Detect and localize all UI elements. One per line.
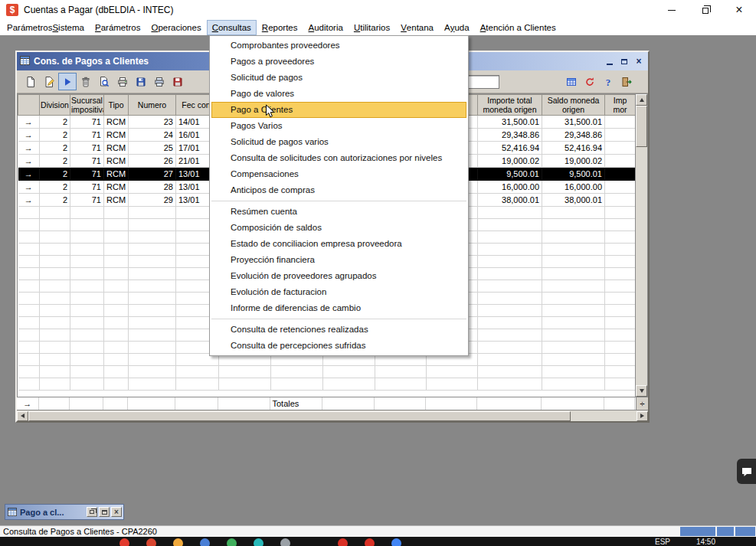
menu-item-solicitud-de-pagos[interactable]: Solicitud de pagos: [210, 70, 468, 86]
taskbar-app-icon[interactable]: [119, 538, 129, 546]
cell-marker[interactable]: →: [18, 155, 40, 168]
cell-division[interactable]: 2: [40, 194, 70, 207]
maximize-button[interactable]: [689, 0, 722, 20]
taskbar-app-icon[interactable]: [227, 538, 237, 546]
cell-tipo[interactable]: RCM: [104, 116, 129, 129]
menu-item-consulta-de-percepciones-sufridas[interactable]: Consulta de percepciones sufridas: [210, 338, 468, 354]
cell-saldo[interactable]: 52,416.94: [542, 142, 605, 155]
cell-impmor[interactable]: [605, 116, 636, 129]
taskbar-app-icon[interactable]: [280, 538, 290, 546]
menu-item-solicitud-de-pagos-varios[interactable]: Solicitud de pagos varios: [210, 134, 468, 150]
cell-numero[interactable]: 24: [129, 129, 176, 142]
cell-impmor[interactable]: [605, 168, 636, 181]
cell-division[interactable]: 2: [40, 142, 70, 155]
menu-item-informe-de-diferencias-de-cambio[interactable]: Informe de diferencias de cambio: [210, 300, 468, 316]
menu-item-pagos-varios[interactable]: Pagos Varios: [210, 118, 468, 134]
menubar-item-parametros[interactable]: Parámetros: [90, 20, 146, 35]
menu-item-pagos-a-proveedores[interactable]: Pagos a proveedores: [210, 54, 468, 70]
cell-numero[interactable]: 26: [129, 155, 176, 168]
cell-sucursal[interactable]: 71: [70, 181, 104, 194]
help-button[interactable]: ?: [599, 73, 617, 90]
cell-importe[interactable]: 19,000.02: [478, 155, 542, 168]
cell-marker[interactable]: →: [18, 181, 40, 194]
cell-impmor[interactable]: [605, 142, 636, 155]
menubar-item-operaciones[interactable]: Operaciones: [146, 20, 206, 35]
scroll-down-button[interactable]: [636, 385, 647, 397]
menubar-item-consultas[interactable]: Consultas: [207, 20, 257, 35]
preview-button[interactable]: [95, 73, 113, 90]
menu-item-estado-de-conciliacion-empresa-proveedora[interactable]: Estado de conciliacion empresa proveedor…: [210, 236, 468, 252]
cell-division[interactable]: 2: [40, 155, 70, 168]
child-close-button[interactable]: ×: [633, 56, 645, 67]
cell-division[interactable]: 2: [40, 181, 70, 194]
column-header-numero[interactable]: Numero: [129, 95, 176, 116]
cell-importe[interactable]: 9,500.01: [478, 168, 542, 181]
scroll-up-button[interactable]: [636, 94, 647, 106]
cell-division[interactable]: 2: [40, 116, 70, 129]
column-header-marker[interactable]: [18, 95, 40, 116]
cell-sucursal[interactable]: 71: [70, 142, 104, 155]
cell-tipo[interactable]: RCM: [104, 129, 129, 142]
column-header-division[interactable]: Division: [40, 95, 70, 116]
cell-numero[interactable]: 27: [129, 168, 176, 181]
cell-saldo[interactable]: 16,000.00: [542, 181, 605, 194]
horizontal-scroll-thumb[interactable]: [28, 411, 571, 421]
cell-division[interactable]: 2: [40, 168, 70, 181]
grid-corner-button[interactable]: ÷: [636, 397, 648, 410]
cell-marker[interactable]: →: [18, 129, 40, 142]
menu-item-consulta-de-solicitudes-con-autorizaciones-por-niveles[interactable]: Consulta de solicitudes con autorizacion…: [210, 150, 468, 166]
child-maximize-button[interactable]: [618, 56, 630, 67]
restore-button[interactable]: [87, 507, 97, 517]
menubar-item-atencion-a-clientes[interactable]: Atención a Clientes: [475, 20, 561, 35]
cell-sucursal[interactable]: 71: [70, 168, 104, 181]
taskbar-app-icon[interactable]: [338, 538, 348, 546]
cell-numero[interactable]: 29: [129, 194, 176, 207]
cell-marker[interactable]: →: [18, 194, 40, 207]
taskbar-app-icon[interactable]: [173, 538, 183, 546]
horizontal-scrollbar[interactable]: [17, 410, 648, 421]
column-header-tipo[interactable]: Tipo: [104, 95, 129, 116]
cell-saldo[interactable]: 38,000.01: [542, 194, 605, 207]
cell-sucursal[interactable]: 71: [70, 194, 104, 207]
menubar-item-reportes[interactable]: Reportes: [257, 20, 303, 35]
cell-sucursal[interactable]: 71: [70, 155, 104, 168]
run-query-button[interactable]: [58, 73, 77, 90]
menubar-item-ventana[interactable]: Ventana: [395, 20, 439, 35]
new-record-button[interactable]: [21, 73, 40, 90]
scroll-left-button[interactable]: [17, 411, 28, 421]
menu-item-composicion-de-saldos[interactable]: Composición de saldos: [210, 220, 468, 236]
column-header-importe[interactable]: Importe total moneda origen: [478, 95, 542, 116]
taskbar-app-icon[interactable]: [254, 538, 263, 546]
maximize-button-min[interactable]: [99, 507, 110, 517]
column-header-saldo[interactable]: Saldo moneda origen: [542, 95, 605, 116]
menu-item-evolucion-de-proveedores-agrupados[interactable]: Evolución de proveedores agrupados: [210, 268, 468, 284]
cell-saldo[interactable]: 9,500.01: [542, 168, 605, 181]
menu-item-evolucion-de-facturacion[interactable]: Evolución de facturacion: [210, 284, 468, 300]
cell-saldo[interactable]: 31,500.01: [542, 116, 605, 129]
menu-item-proyeccion-financiera[interactable]: Proyección financiera: [210, 252, 468, 268]
taskbar-app-icon[interactable]: [146, 538, 156, 546]
cell-importe[interactable]: 16,000.00: [478, 181, 542, 194]
cell-sucursal[interactable]: 71: [70, 129, 104, 142]
cell-importe[interactable]: 31,500.01: [478, 116, 542, 129]
close-button[interactable]: ×: [722, 0, 756, 20]
cell-numero[interactable]: 28: [129, 181, 176, 194]
menu-item-pago-de-valores[interactable]: Pago de valores: [210, 86, 468, 102]
scroll-right-button[interactable]: [637, 411, 648, 421]
vertical-scroll-thumb[interactable]: [636, 106, 647, 147]
taskbar-app-icon[interactable]: [200, 538, 210, 546]
export-button[interactable]: [169, 73, 187, 90]
horizontal-scroll-track[interactable]: [28, 411, 637, 421]
cell-marker[interactable]: →: [18, 168, 40, 181]
delete-record-button[interactable]: [77, 73, 95, 90]
vertical-scrollbar[interactable]: [635, 94, 647, 397]
cell-numero[interactable]: 25: [129, 142, 176, 155]
child-minimize-button[interactable]: [604, 56, 616, 67]
cell-tipo[interactable]: RCM: [104, 181, 129, 194]
cell-impmor[interactable]: [605, 155, 636, 168]
menu-item-pago-a-clientes[interactable]: Pago a Clientes: [211, 102, 466, 118]
exit-button[interactable]: [617, 73, 636, 90]
cell-tipo[interactable]: RCM: [104, 155, 129, 168]
cell-impmor[interactable]: [605, 129, 636, 142]
cell-impmor[interactable]: [605, 194, 636, 207]
